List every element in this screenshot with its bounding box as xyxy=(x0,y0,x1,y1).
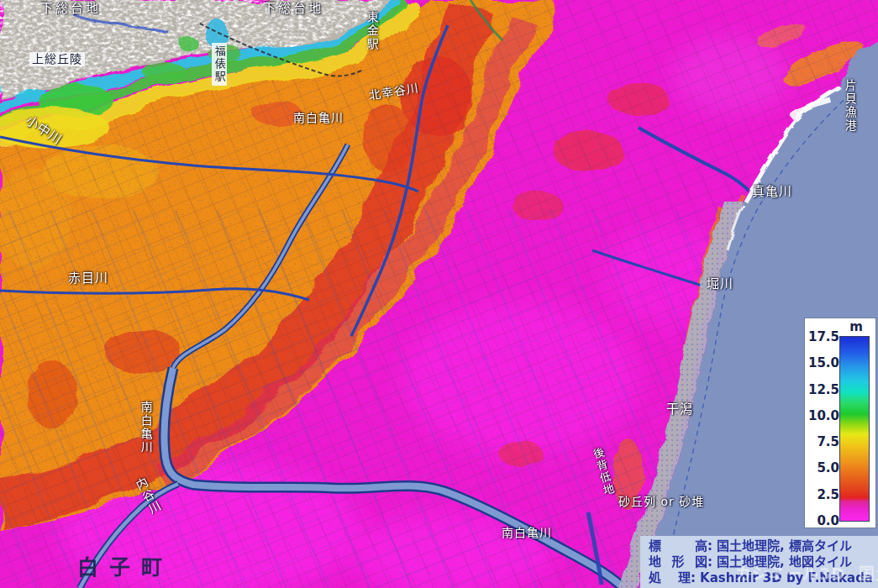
label-akame-river: 赤目川 xyxy=(68,272,108,286)
legend-tick: 2.5 xyxy=(817,487,839,502)
legend-tick: 12.5 xyxy=(808,382,839,397)
credit-separator: : xyxy=(691,570,696,586)
legend-tick: 15.0 xyxy=(808,355,839,370)
legend-tick: 5.0 xyxy=(817,460,839,475)
credit-label: 地形図 xyxy=(649,554,707,570)
credits-panel: 標高:国土地理院, 標高タイル 地形図:国土地理院, 地図タイル 処理:Kash… xyxy=(640,536,878,588)
label-katakai-fishing-port: 片貝漁港 xyxy=(844,79,856,133)
legend-tick: 7.5 xyxy=(817,434,839,449)
label-tidal-flat: 干潟 xyxy=(666,403,693,417)
label-dune-row: 砂丘列 or 砂堆 xyxy=(618,496,704,508)
label-kazusa-hills: 上総丘陵 xyxy=(29,52,85,66)
credit-label: 処理 xyxy=(649,570,691,586)
label-minamishirako-river-mid: 南白亀川 xyxy=(139,401,152,454)
label-fukutawara-station: 福俵駅 xyxy=(212,43,227,86)
credit-label: 標高 xyxy=(649,538,707,554)
credit-row-elevation: 標高:国土地理院, 標高タイル xyxy=(649,538,873,554)
label-togane-station: 東金駅 xyxy=(365,11,378,51)
credit-value: 国土地理院, 地図タイル xyxy=(717,554,852,570)
elevation-legend: m 17.5 15.0 12.5 10.0 7.5 5.0 2.5 0.0 xyxy=(804,318,876,528)
terrain-3d-render xyxy=(0,0,878,588)
terrain-map-view: 下総台地 下総台地 上総丘陵 福俵駅 東金駅 北幸谷川 南白亀川 片貝漁港 小中… xyxy=(0,0,878,588)
credit-row-basemap: 地形図:国土地理院, 地図タイル xyxy=(649,554,873,570)
label-shimousa-plateau-right: 下総台地 xyxy=(263,3,323,16)
credit-separator: : xyxy=(707,538,712,554)
label-shirako-town: 白子町 xyxy=(77,557,173,579)
label-minamishirako-river-lower: 南白亀川 xyxy=(502,527,552,539)
label-magame-river: 真亀川 xyxy=(752,186,792,199)
credit-separator: : xyxy=(707,554,712,570)
legend-tick: 17.5 xyxy=(808,329,839,344)
legend-tick: 0.0 xyxy=(817,513,839,528)
legend-tick: 10.0 xyxy=(808,408,839,423)
label-minamishirako-river-upper: 南白亀川 xyxy=(293,112,344,124)
credit-row-processing: 処理:Kashmir 3D by F.Nakada xyxy=(649,570,873,586)
legend-unit-label: m xyxy=(849,319,863,334)
credit-value: Kashmir 3D by F.Nakada xyxy=(700,570,873,586)
credit-value: 国土地理院, 標高タイル xyxy=(717,538,852,554)
label-shimousa-plateau-left: 下総台地 xyxy=(40,3,101,16)
elevation-colorbar xyxy=(839,336,870,522)
label-hori-river: 堀川 xyxy=(707,278,733,291)
